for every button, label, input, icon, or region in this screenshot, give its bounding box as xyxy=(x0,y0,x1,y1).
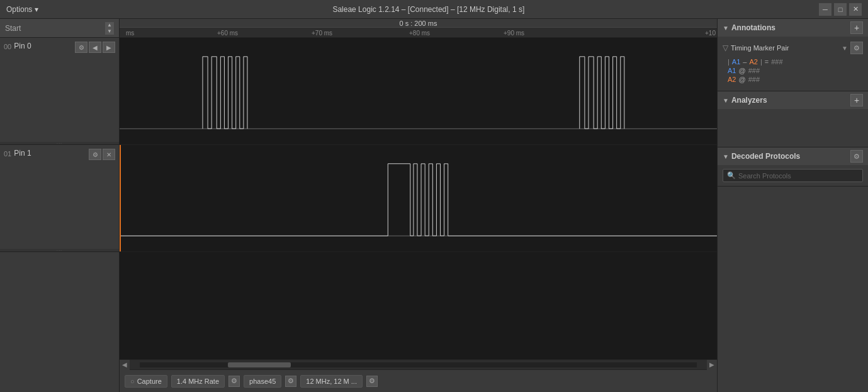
a1-at: @ xyxy=(738,67,745,74)
a2-label: A2 xyxy=(728,76,736,83)
titlebar: Options ▾ Saleae Logic 1.2.14 – [Connect… xyxy=(0,0,868,19)
eq-sign: = xyxy=(765,58,769,66)
scrollbar-area: ◀ ▶ xyxy=(120,359,717,369)
rate-item[interactable]: 1.4 MHz Rate xyxy=(171,375,225,388)
channel-close-1[interactable]: ✕ xyxy=(103,149,115,160)
decoded-protocols-section: ▼ Decoded Protocols ⚙ 🔍 xyxy=(718,147,868,187)
window-title: Saleae Logic 1.2.14 – [Connected] – [12 … xyxy=(38,5,819,14)
timing-marker-chevron: ▼ xyxy=(842,45,848,52)
tick-60ms: +60 ms xyxy=(217,30,238,37)
channel-list: Start ▲ ▼ 00 Pin 0 ⚙ ◀ ▶ ··· 01 Pin 1 ⚙ xyxy=(0,19,120,392)
annotations-collapse-icon[interactable]: ▼ xyxy=(723,25,729,32)
channel-controls-1: ⚙ ✕ xyxy=(89,149,115,160)
timing-marker-label: Timing Marker Pair xyxy=(731,44,839,52)
timing-marker-settings-button[interactable]: ⚙ xyxy=(850,42,863,54)
annotations-title: Annotations xyxy=(731,23,848,32)
channel-controls-0: ⚙ ◀ ▶ xyxy=(75,42,115,53)
a2-at: @ xyxy=(738,76,745,83)
marker-a1-row: A1 @ ### xyxy=(728,67,858,74)
analyzers-content xyxy=(718,109,868,147)
status-bar: ○ Capture 1.4 MHz Rate ⚙ phase45 ⚙ 12 MH… xyxy=(120,369,717,392)
channel-header: Start ▲ ▼ xyxy=(0,19,119,38)
options-menu[interactable]: Options ▾ xyxy=(6,5,38,14)
scroll-down-arrow[interactable]: ▼ xyxy=(105,28,114,35)
decoded-protocols-content: 🔍 xyxy=(718,165,868,186)
capture-label: Capture xyxy=(137,378,162,385)
channel-num-1: 01 xyxy=(4,150,11,158)
channel-next-0[interactable]: ▶ xyxy=(103,42,115,53)
scroll-up-arrow[interactable]: ▲ xyxy=(105,22,114,28)
phase-label: phase45 xyxy=(249,378,276,385)
phase-settings-button[interactable]: ⚙ xyxy=(285,376,296,387)
decoded-protocols-header: ▼ Decoded Protocols ⚙ xyxy=(718,147,868,165)
marker-a2-row: A2 @ ### xyxy=(728,76,858,83)
channel-num-0: 00 xyxy=(4,43,11,50)
annotations-header: ▼ Annotations + xyxy=(718,19,868,37)
capture-item[interactable]: ○ Capture xyxy=(125,375,167,388)
start-label: Start xyxy=(5,24,21,33)
minimize-button[interactable]: ─ xyxy=(819,3,831,16)
analyzers-section: ▼ Analyzers + xyxy=(718,91,868,147)
decoded-protocols-collapse-icon[interactable]: ▼ xyxy=(723,153,729,160)
cursor-line xyxy=(120,145,121,251)
search-icon: ○ xyxy=(130,378,135,385)
annotations-content: ▽ Timing Marker Pair ▼ ⚙ | A1 – A2 | = #… xyxy=(718,37,868,91)
scroll-left-button[interactable]: ◀ xyxy=(120,360,130,370)
waveform-channels xyxy=(120,38,717,359)
decoded-protocols-title: Decoded Protocols xyxy=(731,152,848,161)
resize-dots-1: ··· xyxy=(57,248,63,253)
decoded-protocols-settings-button[interactable]: ⚙ xyxy=(850,150,863,163)
channel-row-1: 01 Pin 1 ⚙ ✕ ··· xyxy=(0,145,119,252)
rate-settings-button[interactable]: ⚙ xyxy=(228,376,240,387)
time-center-label: 0 s : 200 ms xyxy=(120,19,717,28)
marker-eq-row: | A1 – A2 | = ### xyxy=(728,58,858,66)
pipe-right: | xyxy=(760,58,762,66)
waveform-row-1[interactable] xyxy=(120,145,717,252)
channel-name-1: Pin 1 xyxy=(14,149,89,158)
tick-80ms: +80 ms xyxy=(409,30,430,37)
tick-ms: ms xyxy=(126,30,134,37)
phase-item[interactable]: phase45 xyxy=(244,375,281,388)
analyzers-title: Analyzers xyxy=(731,96,848,105)
analyzers-add-button[interactable]: + xyxy=(850,94,863,107)
scroll-arrows: ▲ ▼ xyxy=(105,22,114,35)
a2-hash: ### xyxy=(748,76,760,83)
channel-name-0: Pin 0 xyxy=(14,42,75,50)
timing-marker-row: ▽ Timing Marker Pair ▼ ⚙ xyxy=(723,40,863,55)
scrollbar-thumb[interactable] xyxy=(228,362,291,367)
main-layout: Start ▲ ▼ 00 Pin 0 ⚙ ◀ ▶ ··· 01 Pin 1 ⚙ xyxy=(0,19,868,392)
scroll-right-button[interactable]: ▶ xyxy=(707,360,717,370)
search-box[interactable]: 🔍 xyxy=(723,169,863,182)
hash-value-eq: ### xyxy=(771,58,782,66)
analyzers-header: ▼ Analyzers + xyxy=(718,91,868,109)
time-ruler: 0 s : 200 ms ms +60 ms +70 ms +80 ms +90… xyxy=(120,19,717,38)
marker-dash: – xyxy=(743,58,747,66)
search-protocols-input[interactable] xyxy=(738,172,859,180)
close-button[interactable]: ✕ xyxy=(849,3,862,16)
annotations-add-button[interactable]: + xyxy=(850,21,863,34)
maximize-button[interactable]: □ xyxy=(834,3,847,16)
resize-handle-1[interactable]: ··· xyxy=(0,249,119,251)
freq-settings-button[interactable]: ⚙ xyxy=(366,376,378,387)
rate-label: 1.4 MHz Rate xyxy=(177,378,219,385)
right-panel: ▼ Annotations + ▽ Timing Marker Pair ▼ ⚙… xyxy=(717,19,868,392)
marker-a1-label: A1 xyxy=(732,58,740,66)
marker-values: | A1 – A2 | = ### A1 @ ### A2 xyxy=(723,55,863,87)
time-ticks: ms +60 ms +70 ms +80 ms +90 ms +10 ms xyxy=(120,28,717,38)
tick-10ms: +10 ms xyxy=(705,30,717,37)
search-icon: 🔍 xyxy=(727,171,736,180)
marker-a2-label: A2 xyxy=(749,58,757,66)
waveform-svg-0 xyxy=(120,38,717,144)
analyzers-collapse-icon[interactable]: ▼ xyxy=(723,97,729,104)
resize-handle-0[interactable]: ··· xyxy=(0,142,119,144)
freq-label: 12 MHz, 12 M ... xyxy=(306,378,357,385)
scrollbar-track[interactable] xyxy=(140,362,697,367)
channel-settings-0[interactable]: ⚙ xyxy=(75,42,87,53)
a1-label: A1 xyxy=(728,67,736,74)
channel-settings-1[interactable]: ⚙ xyxy=(89,149,101,160)
channel-prev-0[interactable]: ◀ xyxy=(89,42,101,53)
freq-item[interactable]: 12 MHz, 12 M ... xyxy=(300,375,363,388)
waveform-row-0[interactable] xyxy=(120,38,717,145)
filter-icon: ▽ xyxy=(723,43,728,52)
waveform-area: 0 s : 200 ms ms +60 ms +70 ms +80 ms +90… xyxy=(120,19,717,392)
